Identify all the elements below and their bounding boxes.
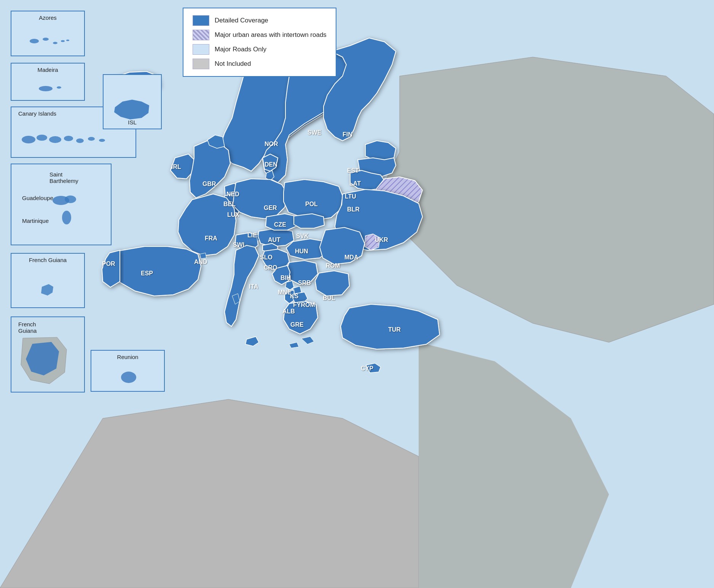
svg-point-15 — [99, 139, 105, 142]
legend-label-major-roads: Major Roads Only — [215, 45, 266, 54]
svg-point-11 — [49, 136, 61, 143]
legend: Detailed Coverage Major urban areas with… — [183, 8, 336, 77]
inset-label-madeira: Madeira — [37, 67, 58, 73]
inset-label-isl: ISL — [128, 119, 137, 126]
legend-label-major-urban: Major urban areas with intertown roads — [215, 31, 327, 39]
legend-swatch-major-roads — [193, 44, 209, 55]
svg-point-2 — [30, 39, 39, 43]
inset-saint-barthelemy: SaintBarthelemy Guadeloupe Martinique — [11, 164, 112, 245]
svg-point-4 — [53, 42, 57, 44]
svg-point-7 — [39, 86, 53, 91]
svg-point-10 — [37, 135, 47, 141]
legend-item-major-urban: Major urban areas with intertown roads — [193, 30, 327, 40]
svg-point-5 — [61, 40, 65, 42]
inset-label-azores: Azores — [39, 14, 57, 21]
legend-item-not-included: Not Included — [193, 59, 327, 69]
inset-label-guadeloupe: Guadeloupe — [22, 195, 53, 201]
svg-point-8 — [57, 86, 61, 89]
legend-item-detailed: Detailed Coverage — [193, 15, 327, 26]
inset-azores: Azores — [11, 11, 85, 56]
inset-iceland: ISL — [103, 74, 162, 129]
inset-reunion: Reunion — [91, 350, 165, 392]
svg-point-13 — [76, 138, 84, 143]
svg-point-18 — [62, 211, 71, 224]
inset-label-reunion: Reunion — [117, 354, 139, 360]
svg-point-3 — [43, 38, 49, 41]
legend-swatch-detailed — [193, 15, 209, 26]
inset-french-guiana: FrenchGuiana — [11, 316, 85, 393]
inset-madeira: Madeira — [11, 63, 85, 101]
inset-mayotte: French Guiana — [11, 253, 85, 308]
inset-label-canary-islands: Canary Islands — [18, 110, 56, 117]
svg-point-19 — [121, 372, 136, 383]
inset-label-mayotte: French Guiana — [29, 257, 67, 263]
legend-label-not-included: Not Included — [215, 60, 251, 68]
inset-label-martinique: Martinique — [22, 218, 49, 224]
legend-item-major-roads: Major Roads Only — [193, 44, 327, 55]
svg-point-6 — [66, 40, 69, 41]
legend-swatch-not-included — [193, 59, 209, 69]
svg-point-12 — [64, 136, 73, 141]
legend-label-detailed: Detailed Coverage — [215, 16, 268, 25]
svg-point-14 — [88, 137, 95, 141]
map-container: Detailed Coverage Major urban areas with… — [0, 0, 714, 588]
svg-point-17 — [65, 195, 76, 203]
svg-point-9 — [22, 136, 35, 143]
legend-swatch-major-urban — [193, 30, 209, 40]
